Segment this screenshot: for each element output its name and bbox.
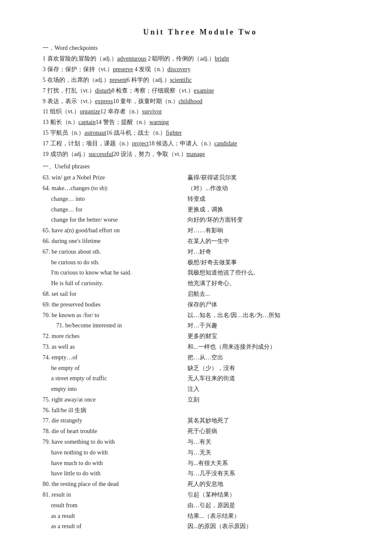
phrase-item: have much to do with与...有很大关系 (43, 458, 358, 468)
phrase-chinese: 与...有很大关系 (187, 458, 358, 468)
phrase-item: 79. have something to do with与…有关 (43, 437, 358, 447)
phrase-list: 63. win/ get a Nobel Prize赢得/获得诺贝尔奖64. m… (43, 173, 358, 532)
phrase-chinese: 立刻 (187, 395, 358, 405)
phrase-english: empty into (43, 384, 187, 394)
phrase-english: I'm curious to know what he said. (43, 268, 187, 278)
phrase-english: 67. be curious about sth. (43, 247, 187, 257)
phrase-item: 81. result in引起（某种结果） (43, 490, 358, 500)
phrase-chinese: 死于心脏病 (187, 426, 358, 436)
phrase-item: 67. be curious about sth.对…好奇 (43, 247, 358, 257)
phrase-english: 81. result in (43, 490, 187, 500)
phrase-english: 65. have a(n) good/bad effort on (43, 225, 187, 236)
phrase-english: as a result (43, 511, 187, 521)
phrase-english: have little to do with (43, 468, 187, 479)
word-item: 19 成功的（adj.）successful20 设法，努力，争取（vt.）ma… (43, 149, 358, 159)
word-item: 3 保存；保护；保持（vt.）preserve 4 发现（n.）discover… (43, 64, 358, 75)
phrase-english: 77. die strangely (43, 416, 187, 426)
phrase-item: 69. the preserved bodies保存的尸体 (43, 300, 358, 310)
phrase-english: result from (43, 500, 187, 511)
phrase-chinese: 在某人的一生中 (187, 236, 358, 246)
phrase-english: a street empty of traffic (43, 373, 187, 384)
phrase-item: 74. empty…of把…从…空出 (43, 353, 358, 363)
phrase-item: result from由…引起，原因是 (43, 500, 358, 511)
phrase-item: 73. as well as和...一样也（用来连接并列成分） (43, 342, 358, 352)
phrase-item: as a result of因...的原因（表示原因） (43, 521, 358, 532)
phrase-item: He is full of curiosity.他充满了好奇心。 (43, 278, 358, 289)
phrase-chinese: 保存的尸体 (187, 300, 358, 310)
page-title: Unit Three Module Two (43, 26, 358, 39)
phrase-chinese: 注入 (187, 384, 358, 394)
phrase-english: be empty of (43, 363, 187, 373)
phrase-english: 71. be/become interested in (43, 321, 187, 331)
phrase-chinese: 对…干兴趣 (187, 321, 358, 331)
phrase-english: have much to do with (43, 458, 187, 468)
phrase-english: change… into (43, 194, 187, 204)
phrase-item: 76. fall/be ill 生病 (43, 405, 358, 416)
phrase-english: 64. make…changes (to sb): (43, 183, 187, 194)
phrase-chinese: 和...一样也（用来连接并列成分） (187, 342, 358, 352)
phrase-item: be empty of缺乏（少），没有 (43, 363, 358, 373)
phrase-item: 64. make…changes (to sb):（对）...作改动 (43, 183, 358, 194)
phrase-item: 77. die strangely莫名其妙地死了 (43, 416, 358, 426)
phrase-item: 70. be known as /for/ to以…知名，出名/因…出名/为…所… (43, 310, 358, 321)
phrase-english: have nothing to do with (43, 448, 187, 458)
phrase-english: as a result of (43, 521, 187, 532)
phrase-chinese: 对…好奇 (187, 247, 358, 257)
phrase-english: 75. right away/at once (43, 395, 187, 405)
phrase-item: 68. set sail for启航去... (43, 289, 358, 299)
phrase-item: 78. die of heart trouble死于心脏病 (43, 426, 358, 436)
phrase-english: 72. more riches (43, 331, 187, 341)
phrase-chinese: （对）...作改动 (187, 183, 358, 194)
phrase-chinese: 我极想知道他说了些什么。 (187, 268, 358, 278)
phrase-item: empty into注入 (43, 384, 358, 394)
phrase-item: as a result结果...（表示结果） (43, 511, 358, 521)
word-item: 1 喜欢冒险的;冒险的（adj.）adventurous 2 聪明的，伶俐的（a… (43, 54, 358, 64)
phrase-english: 74. empty…of (43, 353, 187, 363)
word-item: 7 打扰，打乱（vt.）disturb8 检查；考察；仔细观察（vt.）exam… (43, 86, 358, 96)
phrase-english: 73. as well as (43, 342, 187, 352)
phrase-item: have nothing to do with与…无关 (43, 448, 358, 458)
phrase-english: 70. be known as /for/ to (43, 310, 187, 321)
phrase-item: 71. be/become interested in对…干兴趣 (43, 321, 358, 331)
phrase-chinese: 结果...（表示结果） (187, 511, 358, 521)
phrase-english: change… for (43, 205, 187, 215)
phrase-item: a street empty of traffic无人车往来的街道 (43, 373, 358, 384)
word-item: 13 船长（n.）captain14 警告；提醒（n.）warning (43, 117, 358, 127)
phrase-english: 80. the resting place of the dead (43, 479, 187, 489)
phrase-chinese: 由…引起，原因是 (187, 500, 358, 511)
phrase-english: 66. during one's lifetime (43, 236, 187, 246)
phrase-chinese: 无人车往来的街道 (187, 373, 358, 384)
phrase-item: 63. win/ get a Nobel Prize赢得/获得诺贝尔奖 (43, 173, 358, 183)
word-item: 17 工程，计划；项目，课题（n.）project18 候选人；申请人（n.）c… (43, 139, 358, 149)
phrase-item: 80. the resting place of the dead死人的安息地 (43, 479, 358, 489)
phrase-item: I'm curious to know what he said.我极想知道他说… (43, 268, 358, 278)
phrase-english: 69. the preserved bodies (43, 300, 187, 310)
phrase-chinese: 对……有影响 (187, 225, 358, 236)
phrase-chinese: 以…知名，出名/因…出名/为…所知 (187, 310, 358, 321)
phrase-item: change… into转变成 (43, 194, 358, 204)
phrase-chinese: 莫名其妙地死了 (187, 416, 358, 426)
phrase-item: change… for更换成，调换 (43, 205, 358, 215)
phrase-chinese (187, 405, 358, 416)
phrase-chinese: 与…无关 (187, 448, 358, 458)
phrase-chinese: 向好的/坏的方面转变 (187, 215, 358, 225)
phrase-english: He is full of curiosity. (43, 278, 187, 289)
word-item: 5 在场的，出席的（adj.）present6 科学的（adj.）scienti… (43, 75, 358, 85)
phrase-chinese: 极想/好奇去做某事 (187, 257, 358, 268)
phrase-english: change for the better/ worse (43, 215, 187, 225)
phrase-chinese: 赢得/获得诺贝尔奖 (187, 173, 358, 183)
phrase-item: 72. more riches更多的财宝 (43, 331, 358, 341)
phrase-chinese: 缺乏（少），没有 (187, 363, 358, 373)
phrase-item: change for the better/ worse向好的/坏的方面转变 (43, 215, 358, 225)
word-item: 15 宇航员（n.）astronaut16 战斗机；战士（n.）fighter (43, 128, 358, 138)
phrase-english: 79. have something to do with (43, 437, 187, 447)
phrase-chinese: 因...的原因（表示原因） (187, 521, 358, 532)
phrase-english: 78. die of heart trouble (43, 426, 187, 436)
phrase-chinese: 引起（某种结果） (187, 490, 358, 500)
phrase-chinese: 与…几乎没有关系 (187, 468, 358, 479)
phrase-chinese: 死人的安息地 (187, 479, 358, 489)
phrase-chinese: 与…有关 (187, 437, 358, 447)
phrase-item: 65. have a(n) good/bad effort on对……有影响 (43, 225, 358, 236)
phrase-english: 68. set sail for (43, 289, 187, 299)
phrase-chinese: 转变成 (187, 194, 358, 204)
